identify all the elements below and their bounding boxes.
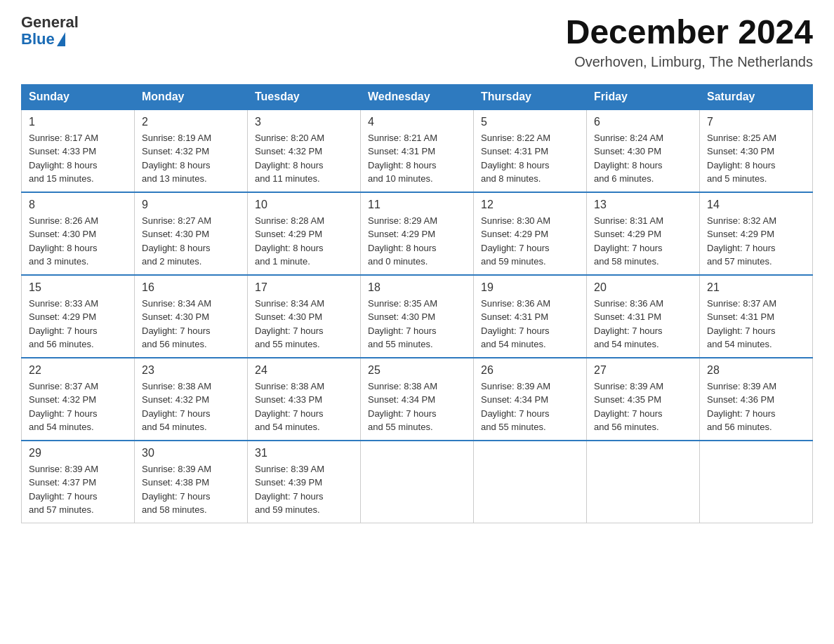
calendar-cell: 20Sunrise: 8:36 AM Sunset: 4:31 PM Dayli… bbox=[587, 275, 700, 358]
day-number: 14 bbox=[707, 199, 805, 211]
day-number: 6 bbox=[594, 116, 692, 128]
day-number: 8 bbox=[29, 199, 127, 211]
day-number: 13 bbox=[594, 199, 692, 211]
calendar-cell bbox=[587, 441, 700, 523]
day-info: Sunrise: 8:39 AM Sunset: 4:38 PM Dayligh… bbox=[142, 462, 240, 517]
calendar-cell: 28Sunrise: 8:39 AM Sunset: 4:36 PM Dayli… bbox=[700, 358, 813, 441]
day-number: 19 bbox=[481, 281, 579, 294]
day-number: 30 bbox=[142, 447, 240, 459]
day-info: Sunrise: 8:32 AM Sunset: 4:29 PM Dayligh… bbox=[707, 214, 805, 269]
day-info: Sunrise: 8:24 AM Sunset: 4:30 PM Dayligh… bbox=[594, 131, 692, 186]
calendar-cell: 26Sunrise: 8:39 AM Sunset: 4:34 PM Dayli… bbox=[474, 358, 587, 441]
day-info: Sunrise: 8:37 AM Sunset: 4:31 PM Dayligh… bbox=[707, 297, 805, 351]
day-info: Sunrise: 8:38 AM Sunset: 4:34 PM Dayligh… bbox=[368, 380, 466, 434]
calendar-cell bbox=[474, 441, 587, 523]
calendar-cell: 9Sunrise: 8:27 AM Sunset: 4:30 PM Daylig… bbox=[135, 192, 248, 275]
day-info: Sunrise: 8:39 AM Sunset: 4:34 PM Dayligh… bbox=[481, 380, 579, 434]
calendar-cell: 31Sunrise: 8:39 AM Sunset: 4:39 PM Dayli… bbox=[248, 441, 361, 523]
day-info: Sunrise: 8:22 AM Sunset: 4:31 PM Dayligh… bbox=[481, 131, 579, 186]
calendar-cell: 14Sunrise: 8:32 AM Sunset: 4:29 PM Dayli… bbox=[700, 192, 813, 275]
calendar-cell: 12Sunrise: 8:30 AM Sunset: 4:29 PM Dayli… bbox=[474, 192, 587, 275]
day-number: 23 bbox=[142, 364, 240, 377]
logo: General Blue bbox=[21, 14, 79, 48]
day-info: Sunrise: 8:39 AM Sunset: 4:35 PM Dayligh… bbox=[594, 380, 692, 434]
day-info: Sunrise: 8:38 AM Sunset: 4:33 PM Dayligh… bbox=[255, 380, 353, 434]
day-info: Sunrise: 8:27 AM Sunset: 4:30 PM Dayligh… bbox=[142, 214, 240, 269]
logo-general-text: General bbox=[21, 14, 79, 31]
day-number: 2 bbox=[142, 116, 240, 128]
day-info: Sunrise: 8:29 AM Sunset: 4:29 PM Dayligh… bbox=[368, 214, 466, 269]
calendar-cell: 18Sunrise: 8:35 AM Sunset: 4:30 PM Dayli… bbox=[361, 275, 474, 358]
day-info: Sunrise: 8:30 AM Sunset: 4:29 PM Dayligh… bbox=[481, 214, 579, 269]
logo-triangle-icon bbox=[57, 32, 65, 46]
day-info: Sunrise: 8:37 AM Sunset: 4:32 PM Dayligh… bbox=[29, 380, 127, 434]
day-info: Sunrise: 8:34 AM Sunset: 4:30 PM Dayligh… bbox=[142, 297, 240, 351]
col-header-friday: Friday bbox=[587, 84, 700, 109]
day-info: Sunrise: 8:36 AM Sunset: 4:31 PM Dayligh… bbox=[594, 297, 692, 351]
col-header-saturday: Saturday bbox=[700, 84, 813, 109]
calendar-cell: 3Sunrise: 8:20 AM Sunset: 4:32 PM Daylig… bbox=[248, 109, 361, 192]
calendar-table: SundayMondayTuesdayWednesdayThursdayFrid… bbox=[21, 84, 813, 523]
calendar-cell: 21Sunrise: 8:37 AM Sunset: 4:31 PM Dayli… bbox=[700, 275, 813, 358]
col-header-sunday: Sunday bbox=[22, 84, 135, 109]
page-header: General Blue December 2024 Overhoven, Li… bbox=[21, 14, 813, 70]
calendar-cell: 6Sunrise: 8:24 AM Sunset: 4:30 PM Daylig… bbox=[587, 109, 700, 192]
day-number: 12 bbox=[481, 199, 579, 211]
day-info: Sunrise: 8:19 AM Sunset: 4:32 PM Dayligh… bbox=[142, 131, 240, 186]
calendar-cell: 13Sunrise: 8:31 AM Sunset: 4:29 PM Dayli… bbox=[587, 192, 700, 275]
day-info: Sunrise: 8:34 AM Sunset: 4:30 PM Dayligh… bbox=[255, 297, 353, 351]
calendar-cell: 1Sunrise: 8:17 AM Sunset: 4:33 PM Daylig… bbox=[22, 109, 135, 192]
day-number: 17 bbox=[255, 281, 353, 294]
calendar-cell: 24Sunrise: 8:38 AM Sunset: 4:33 PM Dayli… bbox=[248, 358, 361, 441]
day-number: 7 bbox=[707, 116, 805, 128]
calendar-cell: 23Sunrise: 8:38 AM Sunset: 4:32 PM Dayli… bbox=[135, 358, 248, 441]
calendar-cell bbox=[700, 441, 813, 523]
day-info: Sunrise: 8:38 AM Sunset: 4:32 PM Dayligh… bbox=[142, 380, 240, 434]
day-info: Sunrise: 8:39 AM Sunset: 4:39 PM Dayligh… bbox=[255, 462, 353, 517]
logo-blue-text: Blue bbox=[21, 31, 79, 48]
calendar-cell: 30Sunrise: 8:39 AM Sunset: 4:38 PM Dayli… bbox=[135, 441, 248, 523]
calendar-cell: 25Sunrise: 8:38 AM Sunset: 4:34 PM Dayli… bbox=[361, 358, 474, 441]
calendar-cell: 2Sunrise: 8:19 AM Sunset: 4:32 PM Daylig… bbox=[135, 109, 248, 192]
day-number: 16 bbox=[142, 281, 240, 294]
day-info: Sunrise: 8:31 AM Sunset: 4:29 PM Dayligh… bbox=[594, 214, 692, 269]
calendar-cell: 5Sunrise: 8:22 AM Sunset: 4:31 PM Daylig… bbox=[474, 109, 587, 192]
day-number: 28 bbox=[707, 364, 805, 377]
day-number: 9 bbox=[142, 199, 240, 211]
day-info: Sunrise: 8:26 AM Sunset: 4:30 PM Dayligh… bbox=[29, 214, 127, 269]
day-info: Sunrise: 8:36 AM Sunset: 4:31 PM Dayligh… bbox=[481, 297, 579, 351]
calendar-cell: 16Sunrise: 8:34 AM Sunset: 4:30 PM Dayli… bbox=[135, 275, 248, 358]
day-number: 22 bbox=[29, 364, 127, 377]
calendar-cell: 19Sunrise: 8:36 AM Sunset: 4:31 PM Dayli… bbox=[474, 275, 587, 358]
day-info: Sunrise: 8:35 AM Sunset: 4:30 PM Dayligh… bbox=[368, 297, 466, 351]
day-number: 31 bbox=[255, 447, 353, 459]
location-subtitle: Overhoven, Limburg, The Netherlands bbox=[566, 54, 813, 70]
day-info: Sunrise: 8:39 AM Sunset: 4:36 PM Dayligh… bbox=[707, 380, 805, 434]
day-info: Sunrise: 8:17 AM Sunset: 4:33 PM Dayligh… bbox=[29, 131, 127, 186]
calendar-cell: 7Sunrise: 8:25 AM Sunset: 4:30 PM Daylig… bbox=[700, 109, 813, 192]
week-row-4: 22Sunrise: 8:37 AM Sunset: 4:32 PM Dayli… bbox=[22, 358, 813, 441]
calendar-cell bbox=[361, 441, 474, 523]
day-info: Sunrise: 8:39 AM Sunset: 4:37 PM Dayligh… bbox=[29, 462, 127, 517]
calendar-cell: 29Sunrise: 8:39 AM Sunset: 4:37 PM Dayli… bbox=[22, 441, 135, 523]
calendar-cell: 8Sunrise: 8:26 AM Sunset: 4:30 PM Daylig… bbox=[22, 192, 135, 275]
title-block: December 2024 Overhoven, Limburg, The Ne… bbox=[566, 14, 813, 70]
col-header-monday: Monday bbox=[135, 84, 248, 109]
calendar-cell: 10Sunrise: 8:28 AM Sunset: 4:29 PM Dayli… bbox=[248, 192, 361, 275]
day-number: 24 bbox=[255, 364, 353, 377]
day-info: Sunrise: 8:20 AM Sunset: 4:32 PM Dayligh… bbox=[255, 131, 353, 186]
day-number: 21 bbox=[707, 281, 805, 294]
day-number: 10 bbox=[255, 199, 353, 211]
day-number: 4 bbox=[368, 116, 466, 128]
week-row-2: 8Sunrise: 8:26 AM Sunset: 4:30 PM Daylig… bbox=[22, 192, 813, 275]
col-header-tuesday: Tuesday bbox=[248, 84, 361, 109]
week-row-1: 1Sunrise: 8:17 AM Sunset: 4:33 PM Daylig… bbox=[22, 109, 813, 192]
day-number: 29 bbox=[29, 447, 127, 459]
calendar-cell: 22Sunrise: 8:37 AM Sunset: 4:32 PM Dayli… bbox=[22, 358, 135, 441]
day-number: 1 bbox=[29, 116, 127, 128]
day-number: 5 bbox=[481, 116, 579, 128]
day-info: Sunrise: 8:25 AM Sunset: 4:30 PM Dayligh… bbox=[707, 131, 805, 186]
week-row-3: 15Sunrise: 8:33 AM Sunset: 4:29 PM Dayli… bbox=[22, 275, 813, 358]
calendar-cell: 15Sunrise: 8:33 AM Sunset: 4:29 PM Dayli… bbox=[22, 275, 135, 358]
day-number: 26 bbox=[481, 364, 579, 377]
